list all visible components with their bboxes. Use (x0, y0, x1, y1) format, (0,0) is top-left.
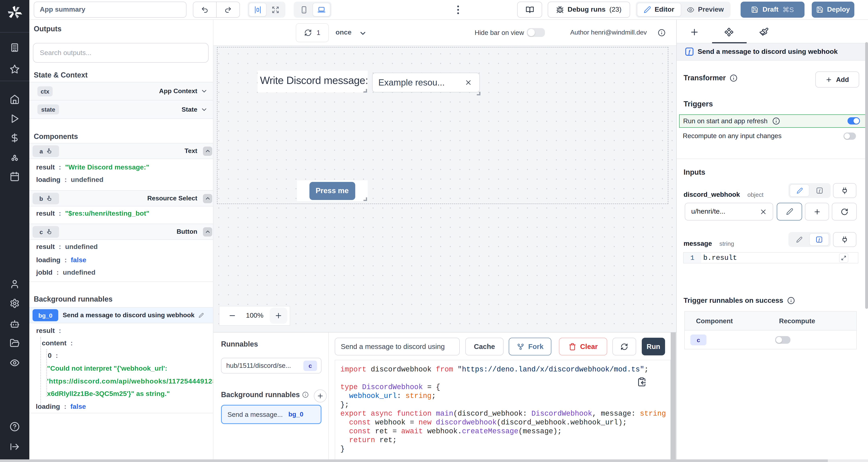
svg-text:f: f (818, 237, 820, 242)
svg-text:f: f (819, 188, 821, 193)
svg-text:f: f (689, 49, 691, 55)
